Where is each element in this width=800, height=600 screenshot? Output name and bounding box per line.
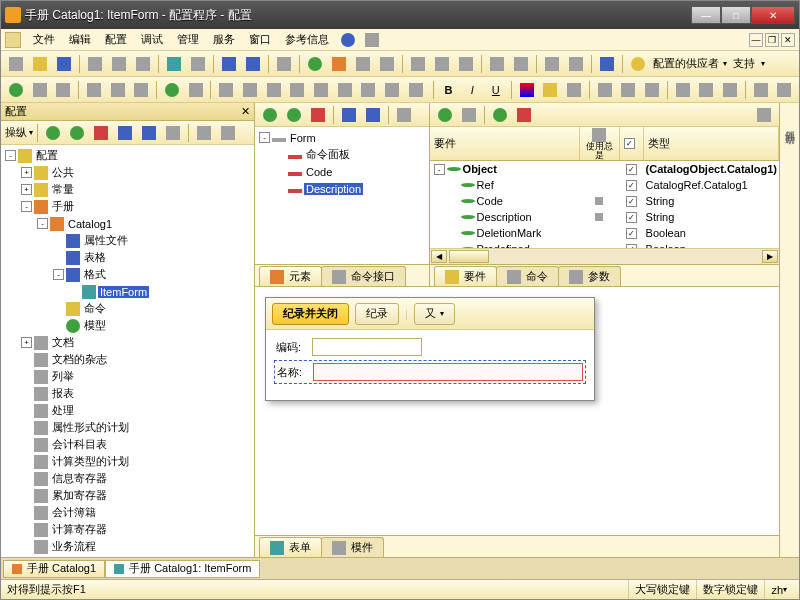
attr-scrollbar[interactable]: ◀ ▶ [430,248,779,264]
tab-elements[interactable]: 元素 [259,266,322,286]
tab-module[interactable]: 模件 [321,537,384,557]
run-button[interactable] [304,53,326,75]
tree-node[interactable]: 列举 [1,368,254,385]
underline-button[interactable]: U [485,79,507,101]
minimize-button[interactable]: — [691,6,721,24]
extra1-button[interactable] [407,53,429,75]
tb2-10[interactable] [310,79,332,101]
mdi-restore-button[interactable]: ❐ [765,33,779,47]
font-button[interactable] [563,79,585,101]
menu-1[interactable]: 编辑 [63,30,97,49]
name-input[interactable] [313,363,583,381]
extra5-button[interactable] [510,53,532,75]
extra6-button[interactable] [541,53,563,75]
status-lang[interactable]: zh ▾ [764,580,793,599]
extra2-button[interactable] [431,53,453,75]
ct-filter[interactable] [193,122,215,144]
tb2-8[interactable] [263,79,285,101]
close-button[interactable]: ✕ [751,6,795,24]
tab-params[interactable]: 参数 [558,266,621,286]
attr-row[interactable]: Predefined✓Boolean [430,241,779,248]
config-tree[interactable]: -配置+公共+常量-手册-Catalog1属性文件表格-格式ItemForm命令… [1,145,254,557]
tree-node[interactable]: 文档的杂志 [1,351,254,368]
col-type[interactable]: 类型 [644,127,779,160]
tb2-5[interactable] [185,79,207,101]
tree-node[interactable]: 报表 [1,385,254,402]
menu-3[interactable]: 调试 [135,30,169,49]
find-button[interactable] [187,53,209,75]
menu-6[interactable]: 窗口 [243,30,277,49]
save-close-button[interactable]: 纪录并关闭 [272,303,349,325]
attr-row[interactable]: Ref✓CatalogRef.Catalog1 [430,177,779,193]
el-edit[interactable] [283,104,305,126]
tree-node[interactable]: 模型 [1,317,254,334]
tab-form[interactable]: 表单 [259,537,322,557]
cut-button[interactable] [84,53,106,75]
tree-node[interactable]: +公共 [1,164,254,181]
redo-button[interactable] [242,53,264,75]
code-input[interactable] [312,338,422,356]
at-col[interactable] [458,104,480,126]
col-name[interactable]: 要件 [430,127,580,160]
ct-extra[interactable] [217,122,239,144]
tree-node[interactable]: 会计簿籍 [1,504,254,521]
ct-edit[interactable] [66,122,88,144]
ct-add[interactable] [42,122,64,144]
attr-row[interactable]: -Object✓(CatalogObject.Catalog1) [430,161,779,177]
element-node[interactable]: -Form [255,129,429,146]
color-button[interactable] [516,79,538,101]
tb2-2[interactable] [29,79,51,101]
system-menu-icon[interactable] [5,32,21,48]
element-node[interactable]: Description [255,180,429,197]
paste-button[interactable] [132,53,154,75]
undo-button[interactable] [218,53,240,75]
break-button[interactable] [352,53,374,75]
el-down[interactable] [362,104,384,126]
dock-label[interactable]: 属性 帮助 [783,123,797,126]
maximize-button[interactable]: □ [721,6,751,24]
menu-4[interactable]: 管理 [171,30,205,49]
el-up[interactable] [338,104,360,126]
step-button[interactable] [376,53,398,75]
actions-label[interactable]: 操纵 [5,125,27,140]
extra4-button[interactable] [486,53,508,75]
supplier-label[interactable]: 配置的供应者 [651,56,721,71]
attr-row[interactable]: DeletionMark✓Boolean [430,225,779,241]
tb2-3[interactable] [52,79,74,101]
ct-sort[interactable] [162,122,184,144]
extra-r2[interactable] [695,79,717,101]
attr-row[interactable]: Description✓String [430,209,779,225]
at-extra[interactable] [753,104,775,126]
menu-extra-icon[interactable] [361,29,383,51]
extra8-button[interactable] [596,53,618,75]
extra-r4[interactable] [750,79,772,101]
search-button[interactable] [273,53,295,75]
mdi-minimize-button[interactable]: — [749,33,763,47]
element-node[interactable]: Code [255,163,429,180]
extra-r5[interactable] [774,79,796,101]
tree-node[interactable]: 属性文件 [1,232,254,249]
new-button[interactable] [5,53,27,75]
at-del[interactable] [513,104,535,126]
tree-node[interactable]: -Catalog1 [1,215,254,232]
el-add[interactable] [259,104,281,126]
attr-row[interactable]: Code✓String [430,193,779,209]
tb2-paste[interactable] [130,79,152,101]
tab-commands[interactable]: 命令 [496,266,559,286]
tb2-6[interactable] [215,79,237,101]
tree-node[interactable]: 业务流程 [1,538,254,555]
tree-node[interactable]: ItemForm [1,283,254,300]
at-edit[interactable] [489,104,511,126]
help-icon[interactable] [337,29,359,51]
tree-node[interactable]: 表格 [1,249,254,266]
extra-r1[interactable] [672,79,694,101]
support-label[interactable]: 支持 [729,56,759,71]
el-extra[interactable] [393,104,415,126]
extra7-button[interactable] [565,53,587,75]
copy-button[interactable] [108,53,130,75]
align-center-button[interactable] [617,79,639,101]
open-button[interactable] [29,53,51,75]
tb2-11[interactable] [334,79,356,101]
ct-down[interactable] [138,122,160,144]
tree-node[interactable]: +文档 [1,334,254,351]
